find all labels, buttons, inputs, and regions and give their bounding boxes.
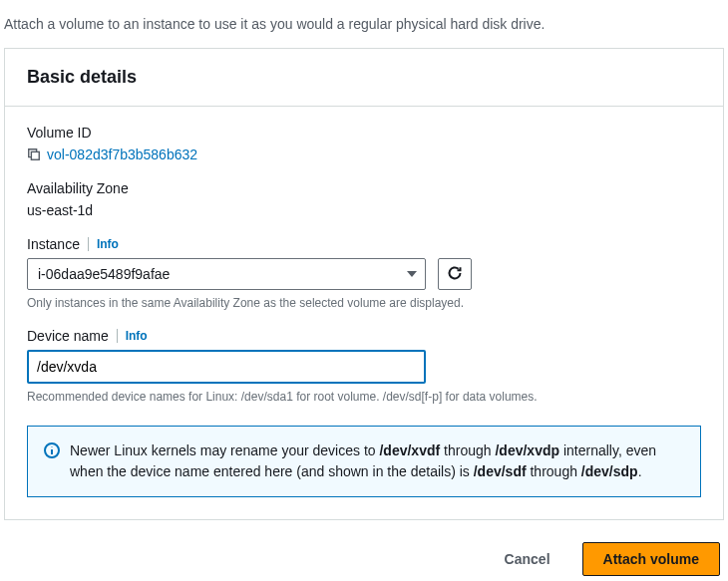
kernel-info-text: Newer Linux kernels may rename your devi… (70, 440, 684, 482)
volume-id-label: Volume ID (27, 125, 701, 141)
availability-zone-field: Availability Zone us-east-1d (27, 180, 701, 218)
instance-selected-value: i-06daa9e5489f9afae (38, 266, 170, 282)
volume-id-field: Volume ID vol-082d3f7b3b586b632 (27, 125, 701, 162)
refresh-icon (447, 265, 463, 284)
availability-zone-label: Availability Zone (27, 180, 701, 196)
basic-details-card: Basic details Volume ID vol-082d3f7b3b58… (4, 48, 724, 520)
label-separator (117, 329, 118, 343)
instance-select[interactable]: i-06daa9e5489f9afae (27, 258, 426, 290)
svg-point-3 (52, 446, 53, 447)
card-body: Volume ID vol-082d3f7b3b586b632 Availabi… (5, 107, 723, 519)
instance-label: Instance (27, 236, 80, 252)
volume-id-link[interactable]: vol-082d3f7b3b586b632 (47, 146, 197, 162)
page-description: Attach a volume to an instance to use it… (0, 0, 728, 48)
chevron-down-icon (407, 266, 417, 282)
instance-field: Instance Info i-06daa9e5489f9afae (27, 236, 701, 310)
svg-rect-0 (31, 151, 39, 159)
device-name-label: Device name (27, 328, 109, 344)
attach-volume-button[interactable]: Attach volume (582, 542, 720, 576)
label-separator (88, 237, 89, 251)
card-title: Basic details (27, 67, 701, 88)
copy-icon[interactable] (27, 147, 41, 161)
card-header: Basic details (5, 49, 723, 107)
device-name-help-text: Recommended device names for Linux: /dev… (27, 390, 701, 404)
footer-actions: Cancel Attach volume (0, 520, 728, 581)
instance-help-text: Only instances in the same Availability … (27, 296, 701, 310)
device-name-info-link[interactable]: Info (126, 329, 148, 343)
availability-zone-value: us-east-1d (27, 202, 701, 218)
info-icon (44, 442, 60, 482)
instance-info-link[interactable]: Info (97, 237, 119, 251)
device-name-input[interactable] (27, 350, 426, 384)
device-name-field: Device name Info Recommended device name… (27, 328, 701, 404)
cancel-button[interactable]: Cancel (487, 543, 568, 575)
refresh-button[interactable] (438, 258, 472, 290)
kernel-info-box: Newer Linux kernels may rename your devi… (27, 426, 701, 497)
